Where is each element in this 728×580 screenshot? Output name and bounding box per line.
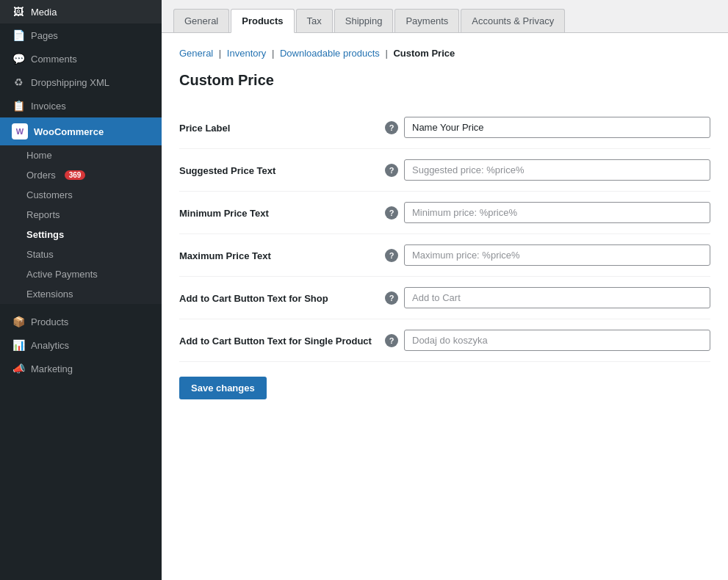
sidebar-item-settings[interactable]: Settings (0, 225, 162, 244)
marketing-icon: 📣 (12, 363, 25, 374)
input-add-to-cart-shop[interactable] (404, 287, 710, 308)
field-label-add-to-cart-shop: Add to Cart Button Text for Shop (179, 287, 385, 304)
help-icon-suggested-price-text[interactable]: ? (385, 164, 398, 177)
sidebar-item-home[interactable]: Home (0, 145, 162, 165)
tab-tax[interactable]: Tax (296, 9, 333, 32)
field-control-maximum-price-text: ? (385, 244, 710, 266)
sidebar-item-active-payments[interactable]: Active Payments (0, 264, 162, 284)
field-control-price-label: ? (385, 117, 710, 138)
sidebar-label: Analytics (31, 340, 69, 351)
sidebar: 🖼Media📄Pages💬Comments♻Dropshipping XML📋I… (0, 0, 162, 580)
woocommerce-label: WooCommerce (34, 126, 104, 137)
tab-payments[interactable]: Payments (394, 9, 459, 32)
sidebar-label: Media (31, 7, 57, 18)
sidebar-item-dropshipping[interactable]: ♻Dropshipping XML (0, 70, 162, 94)
main-content: GeneralProductsTaxShippingPaymentsAccoun… (162, 0, 728, 580)
sidebar-item-extensions[interactable]: Extensions (0, 284, 162, 304)
field-control-minimum-price-text: ? (385, 202, 710, 223)
woo-logo: W (12, 123, 28, 139)
sidebar-label: Status (26, 249, 54, 260)
field-row-maximum-price-text: Maximum Price Text? (179, 234, 710, 277)
sidebar-item-reports[interactable]: Reports (0, 205, 162, 225)
settings-content: General | Inventory | Downloadable produ… (162, 33, 728, 580)
field-row-minimum-price-text: Minimum Price Text? (179, 192, 710, 234)
breadcrumb-separator: | (216, 48, 224, 59)
field-label-add-to-cart-single: Add to Cart Button Text for Single Produ… (179, 330, 385, 347)
field-label-minimum-price-text: Minimum Price Text (179, 202, 385, 219)
field-row-suggested-price-text: Suggested Price Text? (179, 149, 710, 192)
input-minimum-price-text[interactable] (404, 202, 710, 223)
sidebar-label: Extensions (26, 289, 73, 300)
breadcrumb-link-general[interactable]: General (179, 48, 213, 59)
sidebar-item-media[interactable]: 🖼Media (0, 0, 162, 23)
breadcrumb-separator: | (383, 48, 391, 59)
sidebar-label: Products (31, 316, 68, 327)
help-icon-minimum-price-text[interactable]: ? (385, 206, 398, 220)
tab-accounts-privacy[interactable]: Accounts & Privacy (461, 9, 565, 32)
sidebar-label: Home (26, 150, 52, 161)
field-label-suggested-price-text: Suggested Price Text (179, 159, 385, 176)
sidebar-label: Reports (26, 209, 60, 220)
sidebar-item-analytics[interactable]: 📊Analytics (0, 333, 162, 357)
help-icon-add-to-cart-shop[interactable]: ? (385, 291, 398, 305)
breadcrumb-current: Custom Price (393, 48, 455, 59)
input-price-label[interactable] (404, 117, 710, 138)
sidebar-label: Customers (26, 189, 73, 200)
sidebar-item-marketing[interactable]: 📣Marketing (0, 357, 162, 380)
field-row-add-to-cart-single: Add to Cart Button Text for Single Produ… (179, 319, 710, 362)
sidebar-item-pages[interactable]: 📄Pages (0, 23, 162, 47)
invoices-icon: 📋 (12, 100, 25, 112)
tab-products[interactable]: Products (231, 9, 294, 33)
badge-orders: 369 (65, 170, 86, 180)
help-icon-maximum-price-text[interactable]: ? (385, 249, 398, 262)
input-add-to-cart-single[interactable] (404, 330, 710, 351)
sidebar-label: Orders (26, 170, 56, 181)
sidebar-item-invoices[interactable]: 📋Invoices (0, 94, 162, 117)
dropshipping-icon: ♻ (12, 76, 25, 88)
help-icon-price-label[interactable]: ? (385, 121, 398, 134)
comments-icon: 💬 (12, 53, 25, 65)
input-maximum-price-text[interactable] (404, 244, 710, 266)
input-suggested-price-text[interactable] (404, 159, 710, 181)
sidebar-label: Comments (31, 54, 77, 65)
products-icon: 📦 (12, 316, 25, 327)
tab-shipping[interactable]: Shipping (334, 9, 394, 32)
save-button[interactable]: Save changes (179, 377, 267, 399)
sidebar-item-orders[interactable]: Orders369 (0, 165, 162, 185)
analytics-icon: 📊 (12, 339, 25, 351)
field-control-add-to-cart-single: ? (385, 330, 710, 351)
sidebar-item-products[interactable]: 📦Products (0, 310, 162, 333)
page-title: Custom Price (179, 72, 710, 89)
field-label-price-label: Price Label (179, 117, 385, 134)
settings-tabs: GeneralProductsTaxShippingPaymentsAccoun… (162, 0, 728, 33)
sidebar-label: Settings (26, 229, 64, 240)
sidebar-item-customers[interactable]: Customers (0, 185, 162, 205)
breadcrumb-link-downloadable[interactable]: Downloadable products (280, 48, 380, 59)
breadcrumb: General | Inventory | Downloadable produ… (179, 48, 710, 59)
woocommerce-menu-header[interactable]: W WooCommerce (0, 117, 162, 145)
field-control-suggested-price-text: ? (385, 159, 710, 181)
field-label-maximum-price-text: Maximum Price Text (179, 244, 385, 261)
sidebar-item-comments[interactable]: 💬Comments (0, 47, 162, 70)
field-row-add-to-cart-shop: Add to Cart Button Text for Shop? (179, 277, 710, 319)
woocommerce-submenu: HomeOrders369CustomersReportsSettingsSta… (0, 145, 162, 304)
sidebar-label: Pages (31, 30, 58, 41)
form-fields: Price Label?Suggested Price Text?Minimum… (179, 106, 710, 362)
breadcrumb-link-inventory[interactable]: Inventory (227, 48, 266, 59)
help-icon-add-to-cart-single[interactable]: ? (385, 334, 398, 347)
sidebar-item-status[interactable]: Status (0, 244, 162, 264)
sidebar-label: Active Payments (26, 269, 98, 280)
field-control-add-to-cart-shop: ? (385, 287, 710, 308)
pages-icon: 📄 (12, 29, 25, 41)
field-row-price-label: Price Label? (179, 106, 710, 149)
sidebar-label: Marketing (31, 363, 73, 374)
sidebar-label: Dropshipping XML (31, 77, 109, 88)
breadcrumb-separator: | (269, 48, 277, 59)
sidebar-label: Invoices (31, 101, 66, 112)
media-icon: 🖼 (12, 6, 25, 18)
tab-general[interactable]: General (173, 9, 229, 32)
